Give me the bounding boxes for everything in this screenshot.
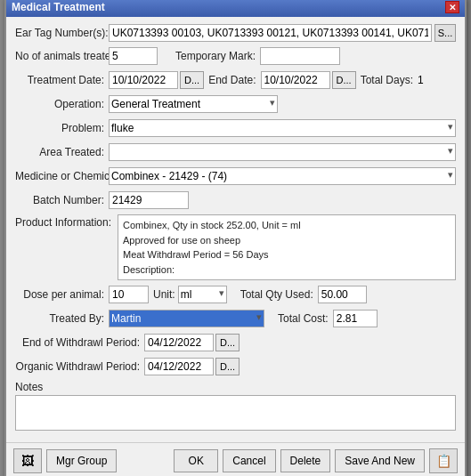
product-info-label: Product Information:: [15, 214, 109, 229]
mgr-icon: 🖼: [21, 454, 34, 468]
notes-textarea[interactable]: [15, 395, 456, 431]
total-days-label: Total Days:: [361, 74, 418, 86]
batch-row: Batch Number:: [15, 190, 456, 210]
product-info-line-1: Combinex, Qty in stock 252.00, Unit = ml: [123, 218, 451, 233]
ear-tag-label: Ear Tag Number(s):: [15, 27, 109, 39]
medicine-select[interactable]: Combinex - 21429 - (74): [109, 167, 456, 185]
treatment-date-input[interactable]: [109, 71, 178, 89]
notes-section: Notes: [15, 381, 456, 431]
delete-button[interactable]: Delete: [280, 449, 331, 472]
animals-row: No of animals treated: Temporary Mark:: [15, 46, 456, 66]
product-info-row: Product Information: Combinex, Qty in st…: [15, 214, 456, 280]
operation-select[interactable]: General Treatment Vaccination Surgery: [109, 95, 278, 113]
product-info-line-4: Description:: [123, 262, 451, 278]
treated-by-row: Treated By: Martin Total Cost:: [15, 309, 456, 328]
end-withdraw-row: End of Withdrawl Period: D...: [15, 333, 456, 352]
area-treated-row: Area Treated:: [15, 142, 456, 162]
unit-select[interactable]: ml: [178, 286, 227, 303]
organic-withdraw-input[interactable]: [144, 358, 214, 375]
medicine-label: Medicine or Chemical:: [15, 170, 109, 182]
total-cost-label: Total Cost:: [278, 312, 333, 325]
left-icon-button[interactable]: 🖼: [13, 448, 42, 473]
operation-row: Operation: General Treatment Vaccination…: [15, 94, 456, 114]
window-title: Medical Treatment: [12, 1, 105, 13]
end-date-label: End Date:: [208, 74, 260, 86]
end-date-input[interactable]: [261, 71, 330, 89]
ear-tag-search-button[interactable]: S...: [434, 24, 456, 42]
organic-withdraw-label: Organic Withdrawl Period:: [15, 360, 144, 373]
clipboard-icon: 📋: [436, 454, 451, 468]
medicine-row: Medicine or Chemical: Combinex - 21429 -…: [15, 166, 456, 186]
total-days-value: 1: [418, 74, 424, 86]
treated-by-select-wrapper: Martin: [109, 310, 264, 327]
total-cost-input[interactable]: [333, 310, 378, 327]
treated-by-label: Treated By:: [15, 312, 109, 325]
problem-select-wrapper: fluke: [109, 119, 456, 137]
total-qty-label: Total Qty Used:: [240, 288, 318, 301]
title-bar-buttons: ✕: [445, 1, 459, 13]
dose-input[interactable]: [109, 286, 149, 303]
problem-select[interactable]: fluke: [109, 119, 456, 137]
area-treated-select-wrapper: [109, 143, 456, 161]
form-content: Ear Tag Number(s): S... No of animals tr…: [6, 17, 465, 439]
product-info-line-2: Approved for use on sheep: [123, 233, 451, 248]
end-withdraw-btn[interactable]: D...: [215, 334, 240, 351]
product-info-line-3: Meat Withdrawl Period = 56 Days: [123, 247, 451, 262]
close-button[interactable]: ✕: [445, 1, 459, 13]
end-withdraw-input[interactable]: [144, 334, 214, 351]
product-info-box: Combinex, Qty in stock 252.00, Unit = ml…: [118, 214, 456, 280]
cancel-button[interactable]: Cancel: [223, 449, 275, 472]
temp-mark-input[interactable]: [260, 47, 340, 65]
end-withdraw-label: End of Withdrawl Period:: [15, 336, 144, 349]
operation-select-wrapper: General Treatment Vaccination Surgery: [109, 95, 278, 113]
bottom-buttons: 🖼 Mgr Group OK Cancel Delete Save And Ne…: [6, 442, 465, 476]
temp-mark-label: Temporary Mark:: [175, 50, 260, 62]
dose-label: Dose per animal:: [15, 288, 109, 301]
end-date-btn[interactable]: D...: [332, 71, 356, 89]
unit-select-wrapper: ml: [178, 286, 227, 303]
ear-tag-row: Ear Tag Number(s): S...: [15, 24, 456, 42]
area-treated-select[interactable]: [109, 143, 456, 161]
problem-label: Problem:: [15, 122, 109, 134]
treatment-date-btn[interactable]: D...: [180, 71, 204, 89]
ok-button[interactable]: OK: [174, 449, 218, 472]
unit-label: Unit:: [153, 288, 178, 301]
treatment-date-label: Treatment Date:: [15, 74, 109, 86]
treated-by-select[interactable]: Martin: [109, 310, 264, 327]
organic-withdraw-btn[interactable]: D...: [215, 358, 240, 375]
notes-label: Notes: [15, 381, 43, 393]
save-and-new-button[interactable]: Save And New: [335, 449, 425, 472]
total-qty-input[interactable]: [318, 286, 367, 303]
right-icon-button[interactable]: 📋: [429, 448, 458, 473]
organic-withdraw-row: Organic Withdrawl Period: D...: [15, 357, 456, 376]
no-animals-label: No of animals treated:: [15, 50, 109, 62]
main-window: Medical Treatment ✕ Ear Tag Number(s): S…: [4, 0, 467, 476]
operation-label: Operation:: [15, 98, 109, 110]
dates-row: Treatment Date: D... End Date: D... Tota…: [15, 70, 456, 90]
batch-input[interactable]: [109, 191, 189, 209]
problem-row: Problem: fluke: [15, 118, 456, 138]
dose-row: Dose per animal: Unit: ml Total Qty Used…: [15, 285, 456, 304]
title-bar: Medical Treatment ✕: [6, 0, 465, 17]
medicine-select-wrapper: Combinex - 21429 - (74): [109, 167, 456, 185]
mgr-group-button[interactable]: Mgr Group: [46, 449, 117, 472]
no-animals-input[interactable]: [109, 47, 158, 65]
area-treated-label: Area Treated:: [15, 146, 109, 158]
ear-tag-input[interactable]: [109, 24, 432, 42]
batch-label: Batch Number:: [15, 194, 109, 206]
